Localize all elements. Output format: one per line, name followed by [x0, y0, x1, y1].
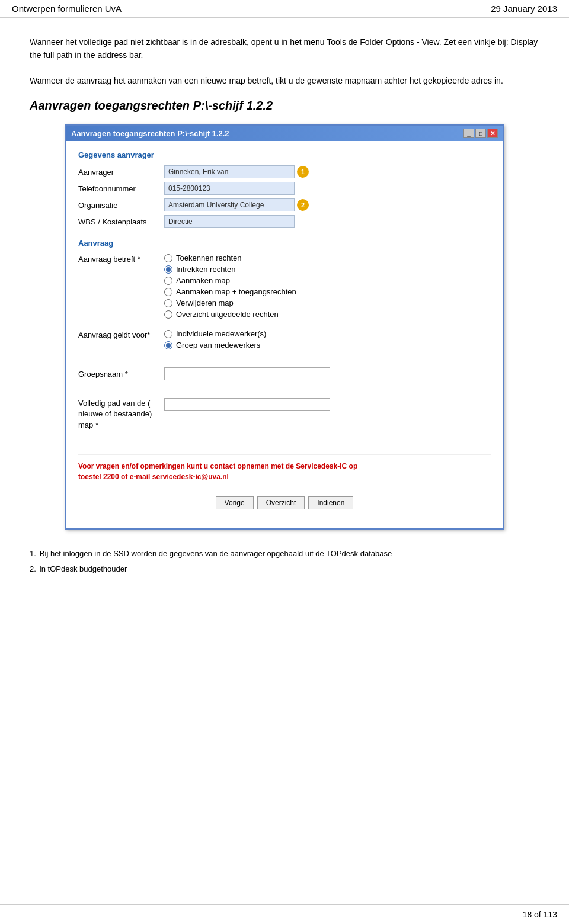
groepsnaam-input[interactable]	[164, 367, 330, 380]
radio-overzicht-circle	[164, 310, 172, 319]
badge-1: 1	[297, 166, 309, 178]
radio-verwijderen-map[interactable]: Verwijderen map	[164, 299, 296, 307]
footnotes: 1. Bij het inloggen in de SSD worden de …	[30, 547, 539, 576]
volledig-pad-input[interactable]	[164, 398, 330, 411]
gegevens-section-label: Gegevens aanvrager	[78, 150, 491, 159]
document-date: 29 January 2013	[491, 4, 557, 14]
telefoonnummer-input[interactable]	[164, 182, 295, 195]
volledig-pad-row: Volledig pad van de ( nieuwe of bestaand…	[78, 398, 491, 431]
radio-aanmaken-map-toegang-circle	[164, 288, 172, 296]
radio-individuele-circle	[164, 330, 172, 338]
radio-intrekken-circle	[164, 265, 172, 274]
aanvraag-geldt-row: Aanvraag geldt voor* Individuele medewer…	[78, 329, 491, 349]
aanvraag-betreft-options: Toekennen rechten Intrekken rechten Aanm…	[164, 254, 296, 319]
radio-intrekken-label: Intrekken rechten	[176, 265, 235, 274]
close-button[interactable]: ✕	[487, 129, 498, 138]
contact-line-1: Voor vragen en/of opmerkingen kunt u con…	[78, 461, 491, 471]
intro-paragraph-1: Wanneer het volledige pad niet zichtbaar…	[30, 36, 539, 62]
dialog-body: Gegevens aanvrager Aanvrager 1 Telefoonn…	[66, 141, 503, 528]
overzicht-button[interactable]: Overzicht	[257, 496, 305, 509]
badge-2: 2	[297, 199, 309, 211]
wbs-label: WBS / Kostenplaats	[78, 217, 164, 226]
footnote-2: 2. in tOPdesk budgethouder	[30, 563, 539, 576]
aanvrager-row: Aanvrager 1	[78, 165, 491, 178]
aanvraag-geldt-label: Aanvraag geldt voor*	[78, 329, 164, 349]
dialog-footer: Vorige Overzicht Indienen	[78, 488, 491, 519]
dialog-window: Aanvragen toegangsrechten P:\-schijf 1.2…	[65, 124, 504, 530]
aanvraag-betreft-row: Aanvraag betreft * Toekennen rechten Int…	[78, 254, 491, 319]
footnote-2-text: in tOPdesk budgethouder	[40, 563, 127, 576]
page-info: 18 of 113	[523, 910, 557, 919]
telefoonnummer-row: Telefoonnummer	[78, 182, 491, 195]
radio-intrekken[interactable]: Intrekken rechten	[164, 265, 296, 274]
radio-individuele[interactable]: Individuele medewerker(s)	[164, 329, 266, 338]
section-heading: Aanvragen toegangsrechten P:\-schijf 1.2…	[30, 99, 539, 113]
aanvrager-label: Aanvrager	[78, 168, 164, 177]
groepsnaam-row: Groepsnaam *	[78, 367, 491, 380]
footnote-2-num: 2.	[30, 563, 36, 576]
radio-toekennen-circle	[164, 254, 172, 262]
vorige-button[interactable]: Vorige	[216, 496, 254, 509]
titlebar-buttons: _ □ ✕	[463, 129, 498, 138]
dialog-title: Aanvragen toegangsrechten P:\-schijf 1.2…	[71, 129, 229, 138]
telefoonnummer-label: Telefoonnummer	[78, 184, 164, 193]
aanvraag-section-label: Aanvraag	[78, 239, 491, 248]
radio-groep-circle	[164, 341, 172, 349]
contact-info: Voor vragen en/of opmerkingen kunt u con…	[78, 454, 491, 488]
maximize-button[interactable]: □	[475, 129, 486, 138]
wbs-row: WBS / Kostenplaats	[78, 215, 491, 228]
aanvrager-input[interactable]	[164, 165, 295, 178]
radio-groep-label: Groep van medewerkers	[176, 341, 260, 349]
radio-toekennen[interactable]: Toekennen rechten	[164, 254, 296, 262]
volledig-pad-label: Volledig pad van de ( nieuwe of bestaand…	[78, 398, 164, 431]
wbs-input[interactable]	[164, 215, 295, 228]
contact-line-2: toestel 2200 of e-mail servicedesk-ic@uv…	[78, 471, 491, 482]
organisatie-label: Organisatie	[78, 201, 164, 210]
radio-overzicht-label: Overzicht uitgedeelde rechten	[176, 310, 279, 319]
radio-aanmaken-map-circle	[164, 277, 172, 285]
footnote-1: 1. Bij het inloggen in de SSD worden de …	[30, 547, 539, 560]
dialog-titlebar: Aanvragen toegangsrechten P:\-schijf 1.2…	[66, 126, 503, 141]
groepsnaam-label: Groepsnaam *	[78, 370, 164, 378]
footnote-1-text: Bij het inloggen in de SSD worden de geg…	[40, 547, 392, 560]
organisatie-row: Organisatie 2	[78, 198, 491, 211]
page-header: Ontwerpen formulieren UvA 29 January 201…	[0, 0, 569, 18]
document-title: Ontwerpen formulieren UvA	[12, 4, 122, 14]
organisatie-input[interactable]	[164, 198, 295, 211]
aanvraag-geldt-options: Individuele medewerker(s) Groep van mede…	[164, 329, 266, 349]
minimize-button[interactable]: _	[463, 129, 474, 138]
page-footer: 18 of 113	[0, 904, 569, 924]
footnote-1-num: 1.	[30, 547, 36, 560]
radio-aanmaken-map[interactable]: Aanmaken map	[164, 276, 296, 285]
radio-overzicht[interactable]: Overzicht uitgedeelde rechten	[164, 310, 296, 319]
radio-aanmaken-map-toegang-label: Aanmaken map + toegangsrechten	[176, 287, 296, 296]
aanvraag-betreft-label: Aanvraag betreft *	[78, 254, 164, 319]
radio-verwijderen-map-label: Verwijderen map	[176, 299, 234, 307]
intro-paragraph-2: Wanneer de aanvraag het aanmaken van een…	[30, 74, 539, 87]
indienen-button[interactable]: Indienen	[308, 496, 353, 509]
radio-individuele-label: Individuele medewerker(s)	[176, 329, 266, 338]
page-content: Wanneer het volledige pad niet zichtbaar…	[0, 18, 569, 596]
radio-aanmaken-map-toegang[interactable]: Aanmaken map + toegangsrechten	[164, 287, 296, 296]
radio-toekennen-label: Toekennen rechten	[176, 254, 242, 262]
radio-groep[interactable]: Groep van medewerkers	[164, 341, 266, 349]
radio-aanmaken-map-label: Aanmaken map	[176, 276, 230, 285]
radio-verwijderen-map-circle	[164, 299, 172, 307]
